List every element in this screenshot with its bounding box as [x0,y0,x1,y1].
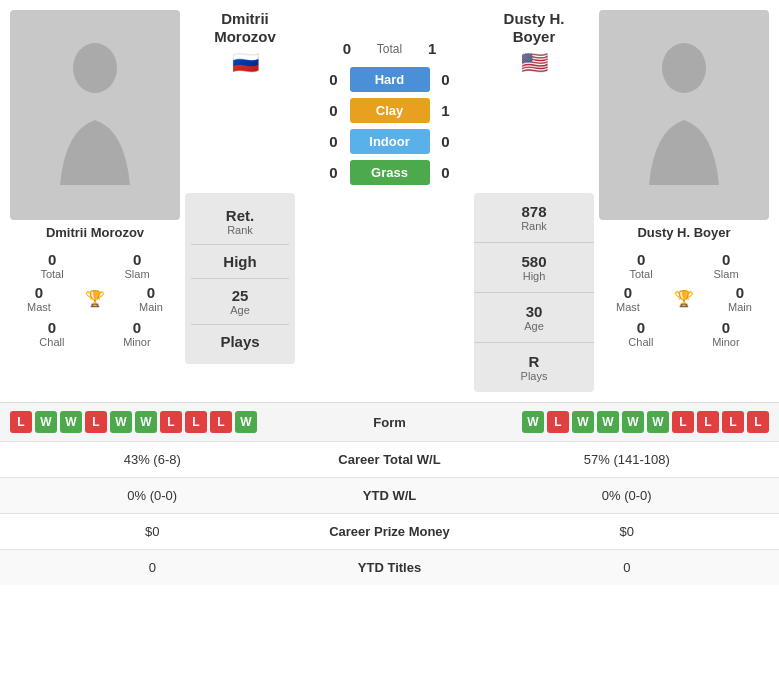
hard-score-right: 0 [436,71,456,88]
left-age-value: 25 [191,287,289,304]
left-player-photo [10,10,180,220]
indoor-score-line: 0 Indoor 0 [324,129,456,154]
right-mast: 0 Mast [616,284,640,313]
left-name-center: DmitriiMorozov [214,10,276,46]
form-badge-left: W [35,411,57,433]
grass-court-btn: Grass [350,160,430,185]
stats-row: 0YTD Titles0 [0,549,779,585]
right-high-value: 580 [479,253,589,270]
right-minor: 0 Minor [712,319,740,348]
stats-left-value: 0 [15,560,290,575]
left-plays-item: Plays [191,325,289,358]
form-badge-left: L [10,411,32,433]
left-age-item: 25 Age [191,279,289,325]
left-age-label: Age [191,304,289,316]
left-mast: 0 Mast [27,284,51,313]
right-plays-label: Plays [479,370,589,382]
right-plays-value: R [479,353,589,370]
left-stats-row1: 0 Total 0 Slam [10,251,180,280]
stats-center-label: Career Prize Money [290,524,490,539]
form-badge-right: W [522,411,544,433]
clay-score-line: 0 Clay 1 [324,98,456,123]
left-total: 0 Total [40,251,63,280]
right-stats-row1: 0 Total 0 Slam [599,251,769,280]
right-stats-row3: 0 Chall 0 Minor [599,319,769,348]
left-flag: 🇷🇺 [232,50,259,76]
clay-court-btn: Clay [350,98,430,123]
stats-right-value: 57% (141-108) [490,452,765,467]
stats-left-value: 43% (6-8) [15,452,290,467]
left-player-silhouette [45,40,145,190]
form-badge-right: L [722,411,744,433]
right-chall: 0 Chall [628,319,653,348]
form-badge-left: L [85,411,107,433]
grass-score-right: 0 [436,164,456,181]
right-meta-box: 878 Rank 580 High 30 Age R Plays [474,193,594,392]
left-meta-box: Ret. Rank High 25 Age Plays [185,193,295,364]
svg-point-1 [662,43,706,93]
right-total: 0 Total [629,251,652,280]
form-badge-right: L [747,411,769,433]
hard-score-line: 0 Hard 0 [324,67,456,92]
left-center-info: DmitriiMorozov 🇷🇺 [185,10,305,76]
left-high-value: High [191,253,289,270]
form-badge-right: L [547,411,569,433]
right-rank-value: 878 [479,203,589,220]
center-main: DmitriiMorozov 🇷🇺 0 Total 1 0 Hard [185,10,594,392]
indoor-court-btn: Indoor [350,129,430,154]
total-line: 0 Total 1 [337,40,442,57]
hard-court-btn: Hard [350,67,430,92]
form-badge-right: L [697,411,719,433]
right-plays-item: R Plays [474,343,594,392]
right-player-silhouette [634,40,734,190]
scores-middle: 0 Total 1 0 Hard 0 0 Clay 1 [305,10,474,185]
form-badge-left: W [110,411,132,433]
right-age-item: 30 Age [474,293,594,343]
right-trophy-icon: 🏆 [674,289,694,308]
right-player-photo [599,10,769,220]
right-name-center: Dusty H.Boyer [504,10,565,46]
top-section: Dmitrii Morozov 0 Total 0 Slam 0 Mast 🏆 [0,0,779,402]
bottom-stats: 43% (6-8)Career Total W/L57% (141-108)0%… [0,441,779,585]
meta-row: Ret. Rank High 25 Age Plays [185,193,594,392]
form-badge-left: W [60,411,82,433]
left-plays-value: Plays [191,333,289,350]
right-rank-label: Rank [479,220,589,232]
stats-row: 0% (0-0)YTD W/L0% (0-0) [0,477,779,513]
left-minor: 0 Minor [123,319,151,348]
left-trophy-icon: 🏆 [85,289,105,308]
stats-center-label: YTD W/L [290,488,490,503]
left-chall: 0 Chall [39,319,64,348]
left-form-badges: LWWLWWLLLW [10,411,257,433]
form-section: LWWLWWLLLW Form WLWWWWLLLL [0,402,779,441]
form-badge-right: W [622,411,644,433]
right-high-label: High [479,270,589,282]
left-rank-label: Rank [191,224,289,236]
form-badge-left: L [185,411,207,433]
stats-center-label: Career Total W/L [290,452,490,467]
left-rank-item: Ret. Rank [191,199,289,245]
stats-row: 43% (6-8)Career Total W/L57% (141-108) [0,441,779,477]
form-badge-right: W [647,411,669,433]
left-high-item: High [191,245,289,279]
right-flag: 🇺🇸 [521,50,548,76]
form-label: Form [373,415,406,430]
main-container: Dmitrii Morozov 0 Total 0 Slam 0 Mast 🏆 [0,0,779,585]
right-form-badges: WLWWWWLLLL [522,411,769,433]
form-badge-left: W [235,411,257,433]
clay-score-left: 0 [324,102,344,119]
right-slam: 0 Slam [714,251,739,280]
right-stats-row2: 0 Mast 🏆 0 Main [599,284,769,313]
right-age-value: 30 [479,303,589,320]
form-badge-left: W [135,411,157,433]
svg-point-0 [73,43,117,93]
left-slam: 0 Slam [125,251,150,280]
stats-right-value: 0% (0-0) [490,488,765,503]
form-badge-right: W [597,411,619,433]
hard-score-left: 0 [324,71,344,88]
stats-right-value: $0 [490,524,765,539]
stats-row: $0Career Prize Money$0 [0,513,779,549]
right-rank-item: 878 Rank [474,193,594,243]
stats-left-value: 0% (0-0) [15,488,290,503]
left-stats-row3: 0 Chall 0 Minor [10,319,180,348]
